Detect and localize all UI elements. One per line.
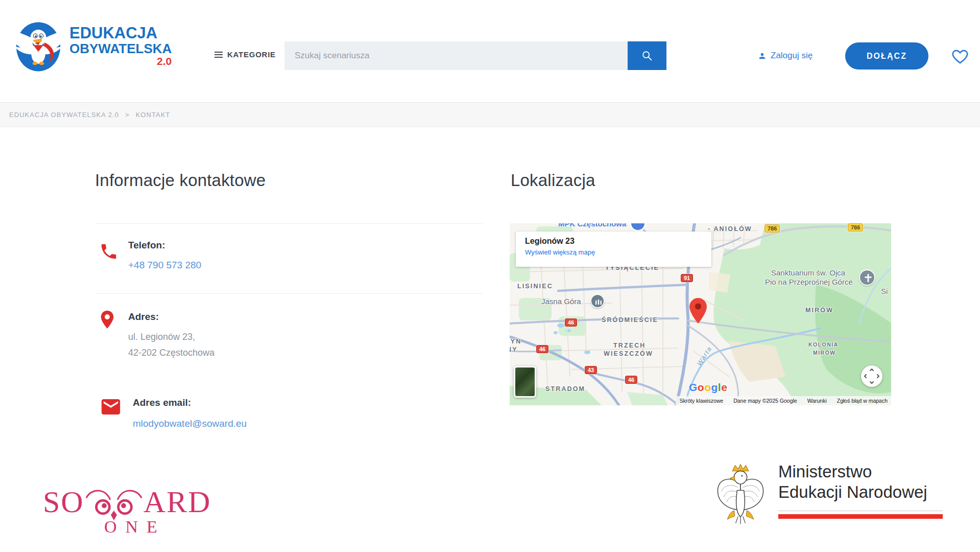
route-badge-786: 786 <box>764 224 780 233</box>
google-letter: G <box>689 381 698 393</box>
logo-text: EDUKACJA OBYWATELSKA 2.0 <box>69 25 172 66</box>
polish-eagle-icon <box>714 462 767 526</box>
map-pan-control[interactable] <box>861 365 882 387</box>
map-marker-icon[interactable] <box>689 298 707 324</box>
login-label: Zaloguj się <box>771 51 812 61</box>
map-label-aniolow: - ANIOŁÓW <box>708 225 752 233</box>
map-label-zyn: ZYN <box>510 338 521 345</box>
login-link[interactable]: Zaloguj się <box>758 51 812 61</box>
breadcrumb-current: KONTAKT <box>136 111 171 119</box>
report-error-link[interactable]: Zgłoś błąd w mapach <box>837 398 888 404</box>
search-input[interactable] <box>284 41 628 70</box>
google-letter: o <box>704 381 711 393</box>
categories-label: KATEGORIE <box>227 50 276 59</box>
map-label-kolonia-mirow: MIRÓW <box>813 349 836 357</box>
google-letter: e <box>721 381 727 393</box>
map-label-trzech: TRZECH <box>613 342 646 349</box>
map-label-srodmiescie: ŚRÓDMIEŚCIE <box>602 316 658 324</box>
search-button[interactable] <box>628 41 666 70</box>
map-label-sanktuarium-1: Sanktuarium św. Ojca <box>771 268 845 277</box>
pan-arrows-icon <box>861 365 882 387</box>
address-label: Adres: <box>128 311 159 323</box>
google-map-embed[interactable]: MPK Częstochowa Legionów 23 Wyświetl wię… <box>510 223 891 405</box>
map-label-jasna-gora: Jasna Góra <box>541 297 581 306</box>
location-pin-icon <box>97 308 118 333</box>
route-badge-46: 46 <box>536 345 548 353</box>
search-form <box>284 41 666 70</box>
ministry-line2: Edukacji Narodowej <box>778 482 943 502</box>
logo-line2: OBYWATELSKA <box>69 42 172 55</box>
google-letter: o <box>698 381 704 393</box>
ministry-text: Ministerstwo Edukacji Narodowej <box>778 462 943 519</box>
terms-link[interactable]: Warunki <box>807 398 827 404</box>
contact-info-section: Informacje kontaktowe Telefon: +48 790 5… <box>95 174 483 480</box>
menu-icon <box>214 52 223 58</box>
route-badge-43: 43 <box>585 366 597 374</box>
divider <box>95 293 483 294</box>
site-logo[interactable]: EDUKACJA OBYWATELSKA 2.0 <box>9 14 172 77</box>
view-larger-map-link[interactable]: Wyświetl większą mapę <box>525 248 711 256</box>
phone-label: Telefon: <box>128 240 165 251</box>
church-poi-icon <box>859 269 875 286</box>
logo-line1: EDUKACJA <box>69 25 172 41</box>
map-data-text: Dane mapy ©2025 Google <box>733 398 797 404</box>
breadcrumb: EDUKACJA OBYWATELSKA 2.0 > KONTAKT <box>0 103 980 127</box>
location-title: Lokalizacja <box>511 171 595 190</box>
logo-version: 2.0 <box>69 56 172 66</box>
breadcrumb-home-link[interactable]: EDUKACJA OBYWATELSKA 2.0 <box>9 111 119 119</box>
map-attribution: Skróty klawiszowe Dane mapy ©2025 Google… <box>676 396 891 405</box>
map-label-lisiniec: LISINIEC <box>517 283 553 290</box>
keyboard-shortcuts-link[interactable]: Skróty klawiszowe <box>679 398 723 404</box>
email-icon <box>101 399 121 415</box>
map-label-si: Si <box>881 287 888 295</box>
contact-title: Informacje kontaktowe <box>95 171 266 190</box>
route-badge-786: 786 <box>848 223 863 232</box>
user-icon <box>758 52 767 60</box>
divider <box>95 223 483 224</box>
heart-icon <box>950 47 970 66</box>
ministry-line1: Ministerstwo <box>778 462 943 482</box>
poland-flag-bar <box>778 511 943 519</box>
phone-icon <box>99 242 118 261</box>
transit-poi-label: MPK Częstochowa <box>558 223 626 228</box>
map-label-sanktuarium-2: Pio na Przeprośnej Górce <box>765 278 853 286</box>
email-link[interactable]: mlodyobwatel@soward.eu <box>133 418 247 429</box>
soward-text-right: ARD <box>144 487 211 517</box>
route-badge-46: 46 <box>565 318 577 327</box>
site-header: EDUKACJA OBYWATELSKA 2.0 KATEGORIE Zalog… <box>0 0 980 103</box>
map-label-mirow: MIRÓW <box>805 307 833 314</box>
soward-one-text: ONE <box>104 517 211 537</box>
map-label-kolonia: KOLONIA <box>808 341 839 349</box>
map-label-wieszczow: WIESZCZÓW <box>604 350 653 357</box>
join-button[interactable]: DOŁĄCZ <box>845 42 928 70</box>
address-line2: 42-202 Częstochowa <box>128 348 214 358</box>
ministry-logo[interactable]: Ministerstwo Edukacji Narodowej <box>714 462 943 526</box>
monument-poi-icon <box>590 294 605 308</box>
google-letter: g <box>711 381 718 393</box>
favorites-button[interactable] <box>950 47 970 68</box>
search-icon <box>641 50 653 61</box>
soward-text-left: SO <box>43 487 84 517</box>
map-info-title: Legionów 23 <box>525 237 711 246</box>
route-badge-46: 46 <box>625 376 637 384</box>
map-label-ny: NY <box>510 346 518 353</box>
google-logo[interactable]: Google <box>689 381 727 394</box>
breadcrumb-separator: > <box>125 111 130 119</box>
categories-menu-button[interactable]: KATEGORIE <box>214 50 276 59</box>
soward-one-logo[interactable]: SO ARD ONE <box>43 485 211 537</box>
map-label-stradom: STRADOM <box>545 385 585 393</box>
route-badge-91: 91 <box>681 274 693 282</box>
address-line1: ul. Legionów 23, <box>128 332 195 342</box>
eagle-mascot-icon <box>9 14 67 77</box>
email-label: Adres email: <box>133 397 191 408</box>
satellite-view-toggle[interactable] <box>514 366 536 398</box>
page: EDUKACJA OBYWATELSKA 2.0 KATEGORIE Zalog… <box>0 0 980 552</box>
map-info-card: Legionów 23 Wyświetl większą mapę <box>516 232 711 267</box>
phone-link[interactable]: +48 790 573 280 <box>128 260 201 271</box>
